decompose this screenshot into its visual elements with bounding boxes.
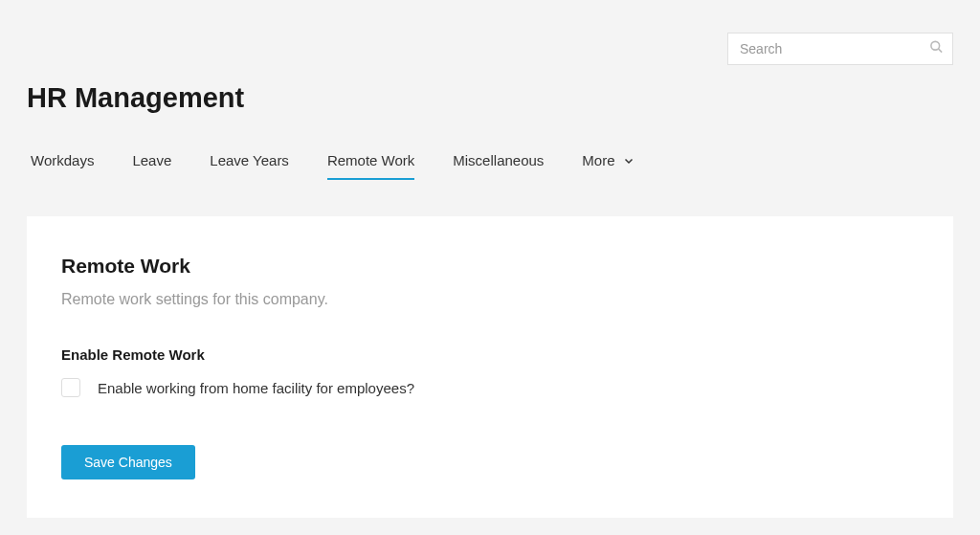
tab-workdays[interactable]: Workdays [31,152,94,180]
checkbox-row: Enable working from home facility for em… [61,378,919,397]
tab-more-label: More [582,152,614,168]
tab-leave[interactable]: Leave [132,152,171,180]
save-changes-button[interactable]: Save Changes [61,445,195,479]
settings-card: Remote Work Remote work settings for thi… [27,216,953,518]
card-title: Remote Work [61,255,919,278]
enable-remote-work-checkbox[interactable] [61,378,80,397]
page-title: HR Management [27,82,953,114]
tab-remote-work[interactable]: Remote Work [327,152,414,180]
search-box [727,33,953,65]
chevron-down-icon [623,155,635,167]
tab-miscellaneous[interactable]: Miscellaneous [453,152,544,180]
card-subtitle: Remote work settings for this company. [61,291,919,308]
tab-leave-years[interactable]: Leave Years [210,152,289,180]
tabs: Workdays Leave Leave Years Remote Work M… [27,152,953,180]
enable-remote-work-label: Enable working from home facility for em… [98,380,414,396]
search-input[interactable] [727,33,953,65]
tab-more[interactable]: More [582,152,634,180]
field-label-enable-remote-work: Enable Remote Work [61,346,919,363]
